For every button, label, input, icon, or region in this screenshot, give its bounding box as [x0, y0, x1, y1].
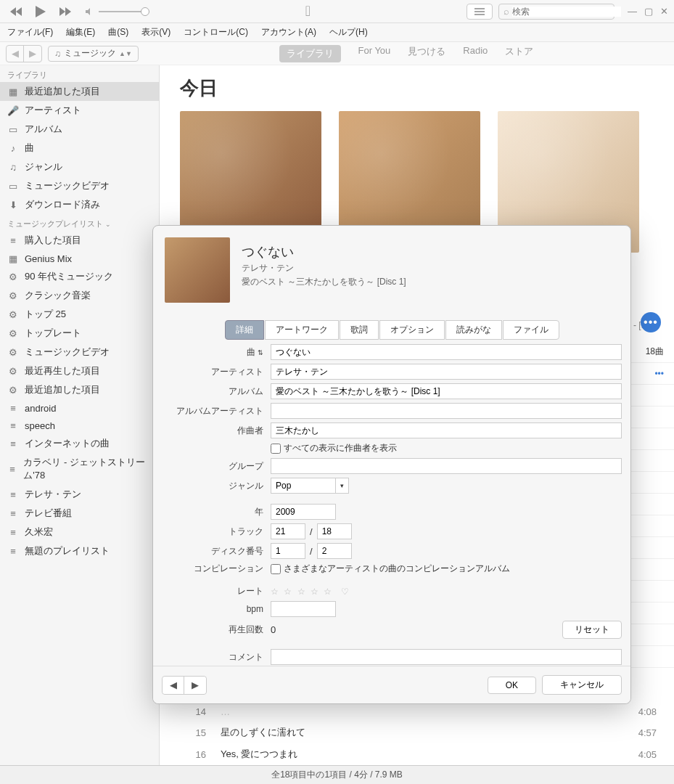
menu-control[interactable]: コントロール(C) [184, 26, 248, 38]
dialog-album: 愛のベスト ～三木たかしを歌う～ [Disc 1] [242, 276, 619, 288]
dialog-tab-ruby[interactable]: 読みがな [445, 320, 502, 340]
sidebar-item-artists[interactable]: 🎤アーティスト [0, 101, 159, 120]
playlist-tv[interactable]: ≡テレビ番組 [0, 504, 159, 523]
list-view-button[interactable] [467, 4, 493, 20]
video-icon: ▭ [7, 180, 19, 192]
list-icon: ≡ [7, 402, 19, 414]
menu-help[interactable]: ヘルプ(H) [329, 26, 368, 38]
nav-back-button[interactable]: ◀ [7, 46, 24, 62]
rating-stars[interactable]: ☆ ☆ ☆ ☆ ☆ ♡ [271, 587, 350, 597]
sidebar-item-songs[interactable]: ♪曲 [0, 139, 159, 158]
search-input[interactable]: ⌕ [498, 4, 615, 20]
reset-button[interactable]: リセット [562, 621, 622, 639]
bpm-input[interactable] [271, 601, 336, 617]
volume-slider[interactable] [86, 7, 149, 16]
list-icon: ≡ [7, 526, 19, 538]
more-button[interactable]: ••• [641, 312, 661, 332]
menu-file[interactable]: ファイル(F) [7, 26, 53, 38]
group-input[interactable] [271, 458, 622, 474]
gear-icon: ⚙ [7, 327, 19, 339]
menu-account[interactable]: アカウント(A) [261, 26, 316, 38]
play-button[interactable] [30, 3, 51, 20]
sidebar-item-videos[interactable]: ▭ミュージックビデオ [0, 176, 159, 195]
playlist-kume[interactable]: ≡久米宏 [0, 523, 159, 542]
navrow: ◀ ▶ ♫ ミュージック ▲▼ ライブラリ For You 見つける Radio… [0, 42, 674, 65]
gear-icon: ⚙ [7, 271, 19, 282]
dialog-prev-button[interactable]: ◀ [163, 677, 184, 694]
dialog-tab-detail[interactable]: 詳細 [225, 320, 264, 340]
menu-song[interactable]: 曲(S) [108, 26, 128, 38]
menu-edit[interactable]: 編集(E) [66, 26, 95, 38]
disc-num-input[interactable] [271, 543, 305, 559]
apple-logo-icon:  [305, 3, 311, 20]
dialog-artist: テレサ・テン [242, 262, 619, 274]
playlist-90s[interactable]: ⚙90 年代ミュージック [0, 267, 159, 286]
statusbar: 全18項目中の1項目 / 4分 / 7.9 MB [0, 765, 674, 784]
track-info-dialog: つぐない テレサ・テン 愛のベスト ～三木たかしを歌う～ [Disc 1] 詳細… [152, 225, 631, 704]
minimize-button[interactable]: — [628, 6, 637, 17]
maximize-button[interactable]: ▢ [644, 6, 653, 17]
playlist-toprated[interactable]: ⚙トップレート [0, 324, 159, 343]
list-icon: ≡ [7, 463, 17, 475]
media-type-select[interactable]: ♫ ミュージック ▲▼ [48, 46, 139, 62]
show-composer-checkbox[interactable] [271, 444, 281, 454]
composer-input[interactable] [271, 422, 622, 438]
tab-radio[interactable]: Radio [463, 45, 488, 62]
close-button[interactable]: ✕ [660, 6, 668, 17]
playlist-android[interactable]: ≡android [0, 399, 159, 417]
dialog-tab-file[interactable]: ファイル [503, 320, 559, 340]
ok-button[interactable]: OK [488, 677, 536, 694]
playlist-internet[interactable]: ≡インターネットの曲 [0, 434, 159, 453]
dialog-tabs: 詳細 アートワーク 歌詞 オプション 読みがな ファイル [153, 320, 630, 340]
sidebar-item-genres[interactable]: ♫ジャンル [0, 158, 159, 176]
dialog-tab-artwork[interactable]: アートワーク [265, 320, 339, 340]
mic-icon: 🎤 [7, 105, 19, 116]
playlist-genius[interactable]: ▦Genius Mix [0, 250, 159, 267]
dialog-tab-lyrics[interactable]: 歌詞 [340, 320, 379, 340]
playlist-purchased[interactable]: ≡購入した項目 [0, 231, 159, 250]
track-row[interactable]: 15星のしずくに濡れて4:57 [160, 722, 674, 743]
track-num-input[interactable] [271, 523, 305, 539]
playlist-recentplay[interactable]: ⚙最近再生した項目 [0, 362, 159, 380]
sidebar-item-recent[interactable]: ▦最近追加した項目 [0, 82, 159, 101]
sidebar-item-albums[interactable]: ▭アルバム [0, 120, 159, 139]
track-row[interactable]: 16Yes, 愛につつまれ4:05 [160, 743, 674, 765]
comment-input[interactable] [271, 649, 622, 665]
dialog-tab-options[interactable]: オプション [379, 320, 445, 340]
year-input[interactable] [271, 504, 336, 520]
prev-button[interactable] [6, 3, 26, 20]
gear-icon: ⚙ [7, 346, 19, 358]
albumartist-input[interactable] [271, 403, 622, 419]
playlist-teresa[interactable]: ≡テレサ・テン [0, 485, 159, 504]
dialog-next-button[interactable]: ▶ [184, 677, 206, 694]
cancel-button[interactable]: キャンセル [542, 675, 622, 695]
tab-foryou[interactable]: For You [358, 45, 391, 62]
disc-total-input[interactable] [317, 543, 352, 559]
album-input[interactable] [271, 383, 622, 399]
playlist-caravelli[interactable]: ≡カラベリ - ジェットストリーム'78 [0, 453, 159, 485]
menu-view[interactable]: 表示(V) [141, 26, 170, 38]
tab-browse[interactable]: 見つける [408, 45, 445, 62]
compilation-checkbox[interactable] [271, 564, 281, 574]
playlist-top25[interactable]: ⚙トップ 25 [0, 305, 159, 324]
playlist-musicvideo[interactable]: ⚙ミュージックビデオ [0, 343, 159, 362]
tab-store[interactable]: ストア [505, 45, 533, 62]
track-total-input[interactable] [317, 523, 352, 539]
nav-forward-button[interactable]: ▶ [24, 46, 41, 62]
sidebar-item-downloaded[interactable]: ⬇ダウンロード済み [0, 195, 159, 214]
sidebar: ライブラリ ▦最近追加した項目 🎤アーティスト ▭アルバム ♪曲 ♫ジャンル ▭… [0, 65, 160, 765]
next-button[interactable] [55, 3, 75, 20]
artist-input[interactable] [271, 364, 622, 380]
playlist-recentadd[interactable]: ⚙最近追加した項目 [0, 380, 159, 399]
song-input[interactable] [271, 344, 622, 360]
playlist-untitled[interactable]: ≡無題のプレイリスト [0, 542, 159, 560]
grid-icon: ▦ [7, 86, 19, 97]
playlist-speech[interactable]: ≡speech [0, 417, 159, 434]
sidebar-section-library: ライブラリ [0, 65, 159, 82]
tab-library[interactable]: ライブラリ [279, 45, 341, 62]
list-icon: ≡ [7, 545, 19, 557]
list-icon: ≡ [7, 234, 19, 246]
list-icon: ≡ [7, 507, 19, 519]
playlist-classical[interactable]: ⚙クラシック音楽 [0, 286, 159, 305]
genre-select[interactable] [271, 478, 336, 494]
